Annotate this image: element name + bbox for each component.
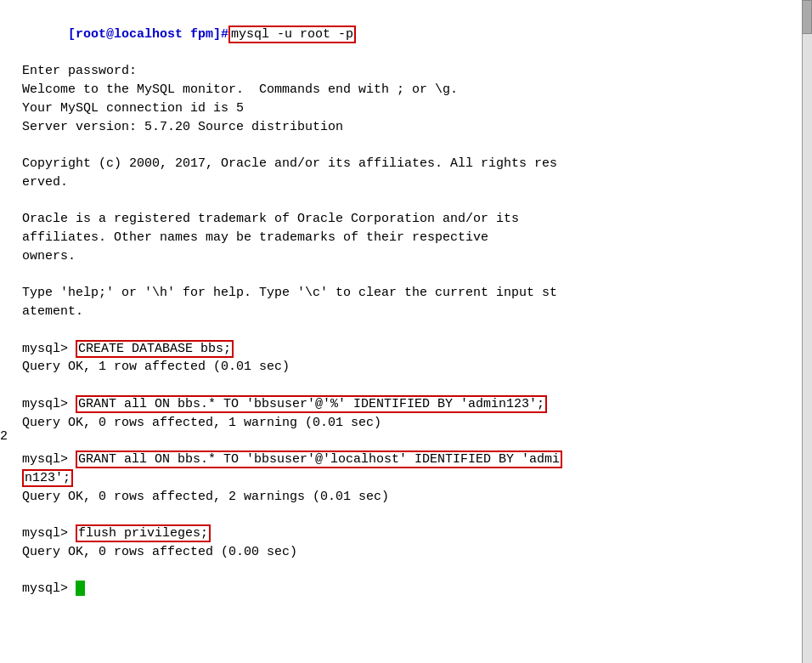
line-prompt-command: [root@localhost fpm]#mysql -u root -p <box>22 7 802 62</box>
line-query-ok-1: Query OK, 1 row affected (0.01 sec) <box>22 358 802 377</box>
line-final-prompt: mysql> <box>22 580 802 598</box>
line-create-db: mysql> CREATE DATABASE bbs; <box>22 340 802 359</box>
line-help-2: atement. <box>22 303 802 321</box>
line-query-ok-4: Query OK, 0 rows affected (0.00 sec) <box>22 543 802 562</box>
line-oracle-3: owners. <box>22 247 802 266</box>
grant-2-command-line2: n123'; <box>22 469 73 487</box>
line-blank-4 <box>22 321 802 340</box>
line-connection-id: Your MySQL connection id is 5 <box>22 99 802 118</box>
line-copyright-2: erved. <box>22 173 802 192</box>
line-blank-3 <box>22 266 802 285</box>
create-db-command: CREATE DATABASE bbs; <box>76 340 234 358</box>
terminal-content: [root@localhost fpm]#mysql -u root -p En… <box>22 7 802 598</box>
line-blank-5 <box>22 377 802 395</box>
line-blank-1 <box>22 136 802 155</box>
grant-1-command: GRANT all ON bbs.* TO 'bbsuser'@'%' IDEN… <box>76 395 547 413</box>
line-server-version: Server version: 5.7.20 Source distributi… <box>22 118 802 137</box>
line-grant-2-line2: n123'; <box>22 469 802 488</box>
line-query-ok-2: Query OK, 0 rows affected, 1 warning (0.… <box>22 414 802 433</box>
terminal-cursor <box>76 581 85 596</box>
line-oracle-1: Oracle is a registered trademark of Orac… <box>22 210 802 229</box>
line-grant-1: mysql> GRANT all ON bbs.* TO 'bbsuser'@'… <box>22 395 802 414</box>
line-flush: mysql> flush privileges; <box>22 524 802 543</box>
scrollbar-thumb[interactable] <box>802 0 812 34</box>
prompt-text: [root@localhost fpm]# <box>68 27 228 42</box>
initial-command: mysql -u root -p <box>228 26 356 43</box>
line-welcome: Welcome to the MySQL monitor. Commands e… <box>22 81 802 99</box>
flush-command: flush privileges; <box>76 524 211 542</box>
line-query-ok-3: Query OK, 0 rows affected, 2 warnings (0… <box>22 488 802 507</box>
line-copyright-1: Copyright (c) 2000, 2017, Oracle and/or … <box>22 155 802 173</box>
scrollbar[interactable] <box>802 0 812 663</box>
line-oracle-2: affiliates. Other names may be trademark… <box>22 229 802 247</box>
line-blank-2 <box>22 192 802 211</box>
line-enter-password: Enter password: <box>22 62 802 81</box>
line-blank-8 <box>22 562 802 581</box>
terminal-window: 2 [root@localhost fpm]#mysql -u root -p … <box>0 0 812 663</box>
line-blank-6 <box>22 432 802 450</box>
grant-2-command-line1: GRANT all ON bbs.* TO 'bbsuser'@'localho… <box>76 450 562 468</box>
line-grant-2-line1: mysql> GRANT all ON bbs.* TO 'bbsuser'@'… <box>22 450 802 469</box>
line-blank-7 <box>22 506 802 524</box>
line-help-1: Type 'help;' or '\h' for help. Type '\c'… <box>22 284 802 303</box>
left-marker-1: 2 <box>0 429 8 444</box>
